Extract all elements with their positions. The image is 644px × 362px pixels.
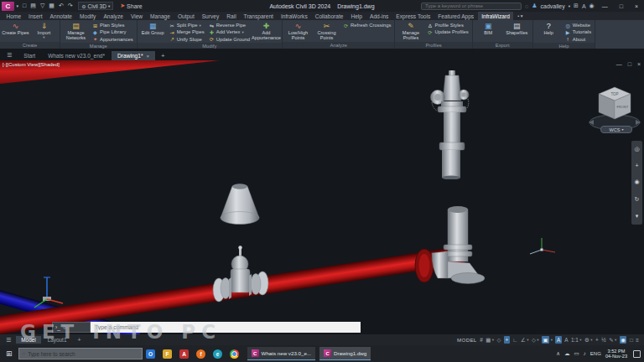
chevron-down-icon[interactable]: ▾ (551, 338, 553, 342)
autodesk-account-icon[interactable]: A (582, 3, 586, 9)
graphics-performance-toggle[interactable]: ✎ (609, 336, 613, 344)
annotation-scale-toggle[interactable]: 1:1 (571, 336, 579, 344)
ortho-mode-toggle[interactable]: ∟ (512, 336, 517, 344)
ribbon-button-edit-group[interactable]: ▦Edit Group (139, 21, 167, 43)
chevron-down-icon[interactable]: ▾ (537, 338, 538, 342)
start-button[interactable]: ⊞ (0, 349, 18, 358)
onedrive-icon[interactable]: ☁ (564, 350, 570, 357)
menu-tab-output[interactable]: Output (174, 12, 198, 20)
ribbon-button-help[interactable]: ?Help (535, 21, 563, 43)
file-tab-drawing1[interactable]: Drawing1*× (112, 51, 155, 60)
ribbon-button-update-profiles[interactable]: ⟳Update Profiles (425, 28, 470, 35)
close-button[interactable]: × (631, 3, 642, 9)
navigation-wheel-icon[interactable]: ◎ (634, 146, 639, 153)
menu-tab-home[interactable]: Home (3, 12, 25, 20)
clean-screen-toggle[interactable]: □ (630, 336, 633, 344)
units-toggle[interactable]: ½ (601, 336, 605, 344)
open-icon[interactable]: ▤ (29, 3, 39, 8)
dynamic-input-toggle[interactable]: + (504, 336, 510, 344)
workspace-dropdown[interactable]: ⚙ Civil 3D ▾ (78, 2, 113, 10)
infer-constraints-toggle[interactable]: ◇ (497, 336, 501, 344)
ribbon-button-reverse-pipe[interactable]: ⇆Reverse Pipe (207, 22, 252, 28)
navbar-more-icon[interactable]: ▾ (636, 213, 639, 220)
file-tab-whats-new-v23-0-end[interactable]: Whats new v23.0_end* (42, 51, 111, 60)
menu-tab-rail[interactable]: Rail (223, 12, 240, 20)
menu-tab-annotate[interactable]: Annotate (46, 12, 75, 20)
autocad-taskbar-icon[interactable]: A (179, 349, 189, 359)
hidden-icons-chevron[interactable]: ∧ (556, 350, 560, 357)
menu-tab-manage[interactable]: Manage (147, 12, 174, 20)
chrome-taskbar-icon[interactable] (230, 349, 239, 359)
drawing-viewport[interactable]: [-][Custom View][Shaded] — □ × TOP FRONT… (0, 60, 644, 334)
fire-hydrant[interactable] (421, 70, 483, 179)
search-icon[interactable]: ◌ (525, 3, 528, 9)
isometric-drafting-toggle[interactable]: ◇ (532, 336, 536, 344)
menu-tab-collaborate[interactable]: Collaborate (311, 12, 347, 20)
edge-taskbar-icon[interactable]: e (213, 349, 222, 359)
model-space-label[interactable]: MODEL (457, 337, 477, 343)
firefox-taskbar-icon[interactable]: f (196, 349, 205, 359)
network-icon[interactable]: ▭ (574, 350, 579, 357)
menu-tab-add-ins[interactable]: Add-ins (366, 12, 392, 20)
annotation-visibility-toggle[interactable]: A (555, 336, 561, 344)
chevron-down-icon[interactable]: ▾ (569, 4, 570, 8)
ribbon-button-import[interactable]: ⇓Import▾ (30, 21, 58, 42)
ribbon-button-add-appurtenance[interactable]: ✚Add Appurtenance (252, 21, 280, 43)
menu-tab-infraworks[interactable]: InfraWorks (277, 12, 311, 20)
maximize-button[interactable]: □ (615, 3, 627, 9)
ribbon-button-tutorials[interactable]: ▶Tutorials (564, 28, 593, 35)
layout-menu-icon[interactable]: ☰ (3, 337, 13, 344)
grid-display-toggle[interactable]: # (480, 336, 483, 344)
annotation-monitor-toggle[interactable]: + (595, 336, 599, 344)
ribbon-button-create-pipes[interactable]: ∿Create Pipes (2, 21, 29, 42)
polar-tracking-toggle[interactable]: ∠ (521, 336, 526, 344)
ribbon-button-profile-styles[interactable]: ∆Profile Styles (425, 22, 470, 28)
ribbon-button-bim[interactable]: ▣BIM (475, 21, 502, 42)
annotation-autoscale-toggle[interactable]: A (564, 336, 568, 344)
chevron-down-icon[interactable]: ▾ (615, 338, 616, 342)
menu-tab-help[interactable]: Help (347, 12, 366, 20)
workspace-switching-toggle[interactable]: ⚙ (584, 336, 589, 344)
close-tab-icon[interactable]: × (146, 54, 149, 59)
gate-valve[interactable] (208, 246, 275, 319)
menu-tab-transparent[interactable]: Transparent (240, 12, 277, 20)
chevron-down-icon[interactable]: ▾ (579, 338, 581, 342)
plot-icon[interactable]: ▦ (47, 3, 57, 8)
volume-icon[interactable]: ♪ (584, 350, 586, 357)
app-menu-arrow-icon[interactable]: ▾ (14, 3, 21, 8)
chevron-down-icon[interactable]: ▾ (492, 338, 494, 342)
taskbar-search[interactable]: ◌ (18, 348, 143, 359)
menu-tab-modify[interactable]: Modify (76, 12, 100, 20)
menu-tab-survey[interactable]: Survey (198, 12, 223, 20)
ribbon-button-split-pipe[interactable]: ✂Split Pipe▾ (168, 22, 206, 28)
pan-icon[interactable]: + (635, 163, 638, 168)
ribbon-button-shapefiles[interactable]: ▤Shapefiles (503, 21, 531, 42)
menu-tab-express-tools[interactable]: Express Tools (392, 12, 434, 20)
outlook-taskbar-icon[interactable]: O (146, 349, 155, 359)
language-indicator[interactable]: ENG (590, 351, 601, 356)
app-store-icon[interactable]: ⊞ (574, 3, 579, 9)
task-button-drawing1-dwg[interactable]: CDrawing1.dwg (319, 347, 371, 360)
ribbon-button-about[interactable]: !About (564, 36, 593, 43)
vp-restore-icon[interactable]: □ (628, 61, 631, 67)
redo-icon[interactable]: ↷ (65, 3, 75, 8)
minimize-button[interactable]: — (598, 3, 612, 9)
elbow-riser[interactable] (409, 201, 493, 287)
application-menu-button[interactable]: C (2, 2, 14, 11)
menu-tab-infrawizard[interactable]: InfraWizard (478, 12, 514, 20)
share-button[interactable]: ➤ Share (120, 3, 143, 9)
menu-tab-analyze[interactable]: Analyze (100, 12, 127, 20)
customization-toggle[interactable]: ≡ (636, 336, 639, 344)
ribbon-display-toggle[interactable]: ▪ ▾ (513, 12, 527, 20)
menu-tab-featured-apps[interactable]: Featured Apps (434, 12, 478, 20)
ribbon-button-merge-pipes[interactable]: ⇥Merge Pipes (168, 28, 206, 35)
taskbar-search-input[interactable] (28, 351, 141, 357)
signed-in-user[interactable]: cadvalley (541, 3, 565, 9)
save-icon[interactable]: ▽ (38, 3, 46, 8)
wcs-dropdown[interactable]: WCS ▾ (600, 126, 632, 133)
file-tab-start[interactable]: Start (18, 51, 41, 60)
task-button-whats-new-v23-0-e[interactable]: CWhats new v23.0_e... (247, 347, 316, 360)
new-drawing-icon[interactable]: □ (21, 3, 29, 8)
notifications-icon[interactable]: ◉ (589, 3, 595, 9)
file-explorer-taskbar-icon[interactable]: F (163, 349, 172, 359)
